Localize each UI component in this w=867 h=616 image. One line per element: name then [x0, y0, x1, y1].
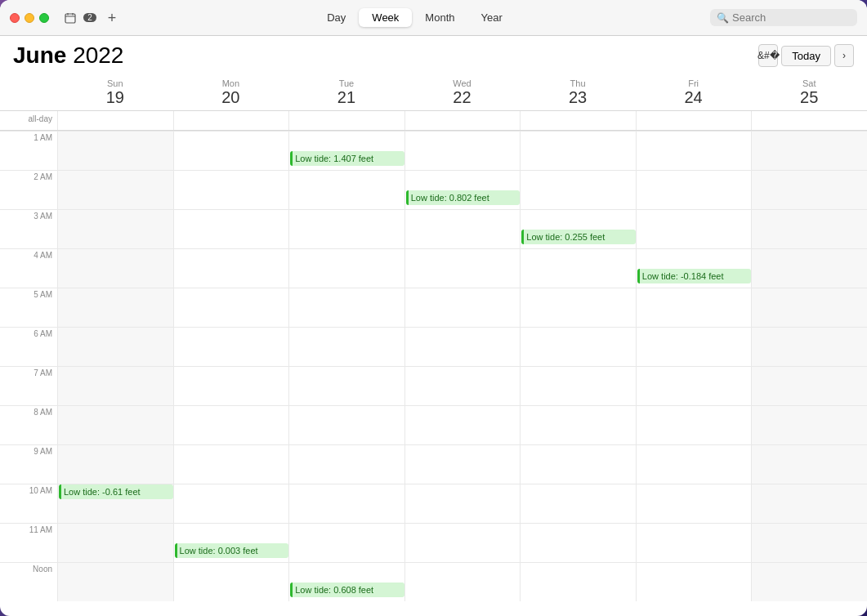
time-cell-8-AM-day0[interactable] [57, 405, 173, 444]
time-cell-1-AM-day4[interactable] [520, 131, 636, 170]
time-cell-Noon-day1[interactable] [173, 562, 289, 601]
calendar-event[interactable]: Low tide: 0.802 feet [406, 190, 521, 205]
add-button[interactable]: + [105, 11, 119, 25]
time-cell-5-AM-day1[interactable] [173, 288, 289, 327]
calendar-event[interactable]: Low tide: -0.184 feet [637, 269, 752, 283]
allday-cell-sat[interactable] [751, 111, 867, 130]
time-cell-Noon-day3[interactable] [404, 562, 521, 601]
time-cell-1-AM-day6[interactable] [751, 131, 867, 170]
time-cell-1-AM-day3[interactable] [404, 131, 521, 170]
time-cell-11-AM-day2[interactable] [288, 523, 404, 562]
time-cell-6-AM-day2[interactable] [288, 327, 404, 366]
time-cell-3-AM-day3[interactable] [404, 209, 521, 248]
time-cell-Noon-day4[interactable] [520, 562, 636, 601]
tab-week[interactable]: Week [359, 8, 412, 27]
time-cell-5-AM-day2[interactable] [288, 288, 404, 327]
time-cell-1-AM-day1[interactable] [173, 131, 289, 170]
time-cell-2-AM-day0[interactable] [57, 170, 173, 209]
time-cell-10-AM-day6[interactable] [751, 484, 867, 523]
allday-cell-wed[interactable] [404, 111, 521, 130]
time-cell-7-AM-day3[interactable] [404, 366, 521, 405]
search-bar[interactable]: 🔍 [710, 9, 857, 26]
time-cell-4-AM-day3[interactable] [404, 248, 521, 288]
time-cell-10-AM-day2[interactable] [288, 484, 404, 523]
allday-cell-sun[interactable] [57, 111, 173, 130]
time-cell-7-AM-day1[interactable] [173, 366, 289, 405]
time-cell-4-AM-day4[interactable] [520, 248, 636, 288]
calendar-event[interactable]: Low tide: 0.608 feet [290, 583, 404, 597]
time-cell-10-AM-day1[interactable] [173, 484, 289, 523]
tab-year[interactable]: Year [467, 8, 515, 27]
time-cell-6-AM-day3[interactable] [404, 327, 521, 366]
time-cell-5-AM-day6[interactable] [751, 288, 867, 327]
time-cell-1-AM-day0[interactable] [57, 131, 173, 170]
time-cell-2-AM-day1[interactable] [173, 170, 289, 209]
time-cell-7-AM-day4[interactable] [520, 366, 636, 405]
time-cell-8-AM-day6[interactable] [751, 405, 867, 444]
time-cell-11-AM-day1[interactable]: Low tide: 0.003 feet [173, 523, 289, 562]
calendar-event[interactable]: Low tide: 0.255 feet [521, 230, 636, 244]
time-cell-Noon-day5[interactable] [636, 562, 752, 601]
time-cell-7-AM-day2[interactable] [288, 366, 404, 405]
today-button[interactable]: Today [781, 46, 831, 66]
time-cell-9-AM-day3[interactable] [404, 444, 521, 484]
time-cell-3-AM-day6[interactable] [751, 209, 867, 248]
time-cell-Noon-day2[interactable]: Low tide: 0.608 feet [288, 562, 404, 601]
tab-day[interactable]: Day [314, 8, 359, 27]
time-cell-10-AM-day4[interactable] [520, 484, 636, 523]
time-cell-3-AM-day2[interactable] [288, 209, 404, 248]
search-input[interactable] [732, 11, 851, 24]
time-cell-2-AM-day2[interactable] [288, 170, 404, 209]
allday-cell-thu[interactable] [520, 111, 636, 130]
next-button[interactable]: › [834, 44, 854, 67]
time-cell-2-AM-day3[interactable]: Low tide: 0.802 feet [404, 170, 521, 209]
calendar-body[interactable]: 1 AMLow tide: 1.407 feet2 AMLow tide: 0.… [0, 131, 867, 616]
time-cell-9-AM-day1[interactable] [173, 444, 289, 484]
time-cell-3-AM-day1[interactable] [173, 209, 289, 248]
time-cell-11-AM-day4[interactable] [520, 523, 636, 562]
calendar-event[interactable]: Low tide: -0.61 feet [59, 484, 173, 499]
time-cell-4-AM-day5[interactable]: Low tide: -0.184 feet [636, 248, 752, 288]
time-cell-4-AM-day2[interactable] [288, 248, 404, 288]
time-cell-7-AM-day5[interactable] [636, 366, 752, 405]
time-cell-5-AM-day3[interactable] [404, 288, 521, 327]
time-cell-8-AM-day5[interactable] [636, 405, 752, 444]
time-cell-4-AM-day6[interactable] [751, 248, 867, 288]
time-cell-11-AM-day3[interactable] [404, 523, 521, 562]
time-cell-3-AM-day5[interactable] [636, 209, 752, 248]
time-cell-5-AM-day5[interactable] [636, 288, 752, 327]
allday-cell-fri[interactable] [636, 111, 752, 130]
time-cell-6-AM-day0[interactable] [57, 327, 173, 366]
time-cell-4-AM-day0[interactable] [57, 248, 173, 288]
allday-cell-mon[interactable] [173, 111, 289, 130]
close-button[interactable] [10, 13, 20, 23]
time-cell-Noon-day0[interactable] [57, 562, 173, 601]
time-cell-11-AM-day0[interactable] [57, 523, 173, 562]
minimize-button[interactable] [25, 13, 34, 23]
time-cell-9-AM-day5[interactable] [636, 444, 752, 484]
time-cell-10-AM-day5[interactable] [636, 484, 752, 523]
prev-button[interactable]: &#� [758, 44, 778, 67]
time-cell-9-AM-day2[interactable] [288, 444, 404, 484]
time-cell-10-AM-day0[interactable]: Low tide: -0.61 feet [57, 484, 173, 523]
time-cell-3-AM-day4[interactable]: Low tide: 0.255 feet [520, 209, 636, 248]
time-cell-2-AM-day6[interactable] [751, 170, 867, 209]
time-cell-8-AM-day3[interactable] [404, 405, 521, 444]
calendar-event[interactable]: Low tide: 0.003 feet [175, 543, 289, 558]
tab-month[interactable]: Month [412, 8, 467, 27]
time-cell-Noon-day6[interactable] [751, 562, 867, 601]
time-cell-5-AM-day4[interactable] [520, 288, 636, 327]
time-cell-8-AM-day1[interactable] [173, 405, 289, 444]
time-cell-11-AM-day5[interactable] [636, 523, 752, 562]
allday-cell-tue[interactable] [288, 111, 404, 130]
time-cell-6-AM-day4[interactable] [520, 327, 636, 366]
maximize-button[interactable] [39, 13, 49, 23]
time-cell-1-AM-day2[interactable]: Low tide: 1.407 feet [288, 131, 404, 170]
calendar-event[interactable]: Low tide: 1.407 feet [290, 151, 404, 166]
time-cell-5-AM-day0[interactable] [57, 288, 173, 327]
time-cell-6-AM-day5[interactable] [636, 327, 752, 366]
time-cell-7-AM-day0[interactable] [57, 366, 173, 405]
time-cell-6-AM-day6[interactable] [751, 327, 867, 366]
time-cell-4-AM-day1[interactable] [173, 248, 289, 288]
time-cell-9-AM-day4[interactable] [520, 444, 636, 484]
